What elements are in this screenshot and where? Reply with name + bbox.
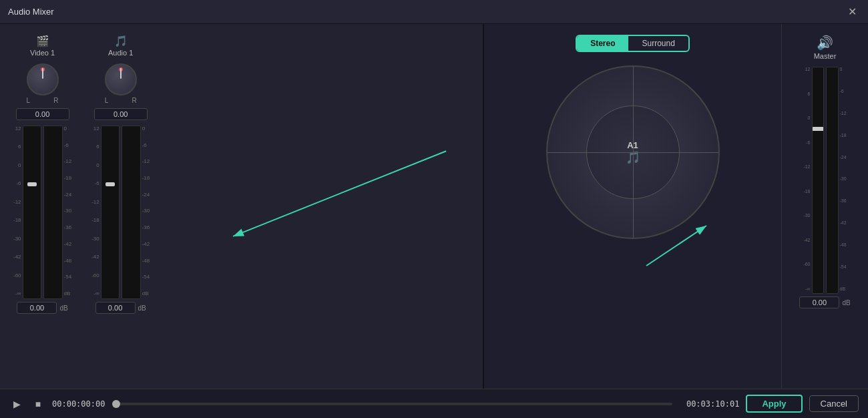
audio-db-value[interactable]: 0.00 <box>95 302 136 314</box>
surround-arrow <box>546 212 720 292</box>
cancel-button[interactable]: Cancel <box>809 395 859 412</box>
knob-indicator <box>119 67 123 71</box>
window-title: Audio Mixer <box>8 7 54 17</box>
audio-meter-section: 12 6 0 -6 -12 -18 -30 -42 -60 -∞ <box>91 126 150 299</box>
master-meter-full: 12 6 0 -6 -12 -18 -30 -42 -60 -∞ <box>803 67 846 294</box>
audio-track-name: Audio 1 <box>108 49 133 57</box>
video-meter-section: 12 6 0 -6 -12 -18 -30 -42 -60 -∞ <box>13 126 71 299</box>
stop-button[interactable]: ■ <box>31 397 45 411</box>
title-bar: Audio Mixer ✕ <box>0 0 868 24</box>
l-label: L <box>27 97 31 104</box>
master-meter-bars <box>812 67 839 294</box>
meter-scale-left: 12 6 0 -6 -12 -18 -30 -42 -60 -∞ <box>13 126 21 299</box>
video-db-value[interactable]: 0.00 <box>17 302 57 314</box>
master-label: Master <box>814 52 837 60</box>
bottom-bar: ▶ ■ 00:00:00:00 00:03:10:01 Apply Cancel <box>0 389 868 418</box>
audio-meter-r <box>122 126 141 299</box>
knob-indicator <box>41 67 45 71</box>
surround-button[interactable]: Surround <box>628 36 688 51</box>
master-db-value[interactable]: 0.00 <box>799 296 839 308</box>
audio-mixer-window: Audio Mixer ✕ 🎬 Video 1 L R 0.00 <box>0 0 868 418</box>
master-db-label: dB <box>842 299 850 306</box>
audio-meter-scale-left: 12 6 0 -6 -12 -18 -30 -42 -60 -∞ <box>91 126 99 299</box>
r-label: R <box>53 97 58 104</box>
lr-labels-audio: L R <box>105 97 137 104</box>
video-meter-l <box>23 126 42 299</box>
video-track: 🎬 Video 1 L R 0.00 12 6 0 <box>13 35 71 378</box>
close-button[interactable]: ✕ <box>844 4 860 20</box>
audio-value[interactable]: 0.00 <box>94 108 148 120</box>
duration-display: 00:03:10:01 <box>679 399 739 409</box>
play-button[interactable]: ▶ <box>9 397 24 411</box>
speaker-icon: 🔊 <box>817 35 833 51</box>
audio-fader-l[interactable] <box>105 182 115 186</box>
audio-meter-scale-right: 0 -6 -12 -18 -24 -30 -36 -42 -48 -54 dB <box>142 126 150 299</box>
audio-db-row: 0.00 dB <box>95 302 146 314</box>
video-track-name: Video 1 <box>30 49 55 57</box>
timeline-playhead[interactable] <box>112 400 120 408</box>
audio-meter-bars <box>101 126 141 299</box>
video-knob[interactable] <box>27 63 59 95</box>
master-scale-right: 0 -6 -12 -18 -24 -30 -36 -42 -48 -54 dB <box>840 67 847 294</box>
video-fader-l[interactable] <box>27 182 37 186</box>
annotation-arrows <box>0 24 483 389</box>
video-meter-r <box>43 126 63 299</box>
audio-knob[interactable] <box>105 63 137 95</box>
l-label-audio: L <box>105 97 109 104</box>
master-meter-r <box>826 67 839 294</box>
svg-line-3 <box>646 226 706 266</box>
video-meter-bars <box>23 126 63 299</box>
lr-labels: L R <box>27 97 59 104</box>
master-scale-left: 12 6 0 -6 -12 -18 -30 -42 -60 -∞ <box>803 67 810 294</box>
master-fader[interactable] <box>812 127 824 131</box>
video-value[interactable]: 0.00 <box>16 108 69 120</box>
video-knob-container: L R <box>27 63 59 104</box>
audio-knob-container: L R <box>105 63 137 104</box>
stereo-surround-toggle: Stereo Surround <box>576 35 690 52</box>
apply-button[interactable]: Apply <box>746 395 802 413</box>
audio-track: 🎵 Audio 1 L R 0.00 12 6 0 <box>91 35 150 378</box>
meter-scale-right: 0 -6 -12 -18 -24 -30 -36 -42 -48 -54 dB <box>64 126 72 299</box>
r-label-audio: R <box>132 97 136 104</box>
right-panel: Stereo Surround A1 🎵 <box>484 24 868 389</box>
audio-icon: 🎵 <box>114 35 128 47</box>
stereo-button[interactable]: Stereo <box>577 36 628 51</box>
master-section: 🔊 Master 12 6 0 -6 -12 -18 -30 -42 -60 -… <box>781 24 868 389</box>
left-panel: 🎬 Video 1 L R 0.00 12 6 0 <box>0 24 484 389</box>
time-display: 00:00:00:00 <box>52 399 105 409</box>
master-meter-l <box>812 67 825 294</box>
video-db-row: 0.00 dB <box>17 302 67 314</box>
audio-db-label: dB <box>138 304 146 312</box>
main-content: 🎬 Video 1 L R 0.00 12 6 0 <box>0 24 868 389</box>
video-icon: 🎬 <box>36 35 49 47</box>
master-db-row: 0.00 dB <box>799 296 850 308</box>
timeline-bar[interactable] <box>112 403 672 405</box>
video-db-label: dB <box>59 304 67 312</box>
audio-meter-l <box>101 126 120 299</box>
surround-section: Stereo Surround A1 🎵 <box>484 24 781 389</box>
svg-line-1 <box>233 151 446 236</box>
